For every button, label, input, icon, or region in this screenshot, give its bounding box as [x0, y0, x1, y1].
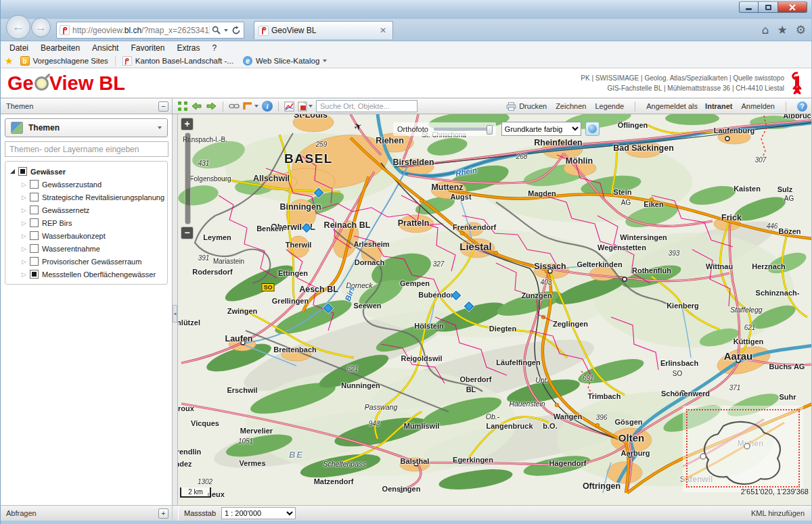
expander-closed-icon[interactable]: ▷ [22, 220, 29, 227]
expander-closed-icon[interactable]: ▷ [22, 245, 29, 252]
next-extent-button[interactable] [206, 100, 217, 112]
checkbox-unchecked[interactable] [30, 180, 39, 189]
full-extent-button[interactable] [178, 101, 187, 111]
tree-node[interactable]: ▷Provisorischer Gewässerraum [7, 255, 166, 268]
expander-closed-icon[interactable]: ▷ [22, 207, 29, 214]
ortho-opacity-slider[interactable] [434, 128, 492, 130]
checkbox-checked[interactable] [30, 270, 39, 279]
address-dropdown-icon[interactable] [224, 29, 228, 32]
themen-map-icon [11, 122, 23, 134]
menu-hilfe[interactable]: ? [206, 43, 223, 53]
checkbox-unchecked[interactable] [30, 206, 39, 214]
tree-node[interactable]: ▷Wasserbaukonzept [7, 229, 166, 242]
abfragen-label: Abfragen [6, 509, 158, 517]
zoom-in-button[interactable]: + [181, 118, 194, 130]
ortho-label: Orthofoto [397, 125, 428, 133]
menu-favoriten[interactable]: Favoriten [125, 43, 171, 53]
legend-button[interactable]: Legende [595, 102, 624, 110]
checkbox-unchecked[interactable] [30, 231, 39, 240]
scale-label: Massstab [184, 509, 216, 517]
maximize-button[interactable] [759, 1, 778, 13]
print-button[interactable]: Drucken [506, 102, 547, 111]
tree-node[interactable]: ▷Gewässerzustand [7, 178, 166, 191]
favorites-bar: ★ bVorgeschlagene Sites Kanton Basel-Lan… [1, 54, 812, 68]
checkbox-partial[interactable] [18, 167, 27, 176]
splitter-collapse-icon[interactable]: ◂ [173, 305, 177, 323]
expander-open-icon[interactable] [10, 169, 15, 174]
menu-datei[interactable]: Datei [3, 43, 35, 53]
slider-handle[interactable] [487, 125, 493, 135]
tree-node[interactable]: ▷Messstellen Oberflächengewässer [7, 268, 166, 281]
browser-tab[interactable]: GeoView BL ✕ [254, 21, 393, 39]
address-bar[interactable]: http://geoview.bl.ch/?map_x=2625341.0483… [56, 22, 244, 39]
basemap-select[interactable]: Grundkarte farbig [501, 122, 581, 136]
sidebar-splitter[interactable]: ◂ [173, 114, 178, 505]
collapse-panel-button[interactable]: − [158, 101, 168, 112]
tree-node-label: Wasserbaukonzept [42, 232, 106, 240]
checkbox-unchecked[interactable] [30, 244, 39, 253]
settings-gear-icon[interactable]: ⚙ [796, 23, 806, 37]
close-button[interactable] [778, 1, 807, 13]
expander-closed-icon[interactable]: ▷ [22, 194, 29, 201]
toolbar-divider [223, 101, 223, 112]
measure-tool-button[interactable] [243, 100, 258, 112]
menu-ansicht[interactable]: Ansicht [86, 43, 125, 53]
back-button[interactable]: ← [6, 15, 30, 39]
browser-nav-row: ← → http://geoview.bl.ch/?map_x=2625341.… [1, 19, 812, 41]
printer-icon [506, 102, 516, 111]
layer-search-input[interactable] [5, 141, 168, 157]
expand-abfragen-button[interactable]: + [158, 508, 168, 519]
expander-closed-icon[interactable]: ▷ [22, 271, 29, 278]
tree-node-gewaesser[interactable]: Gewässer [7, 165, 166, 178]
geoview-logo[interactable]: GeView BL [7, 72, 125, 95]
previous-extent-button[interactable] [191, 100, 202, 112]
tab-close-icon[interactable]: ✕ [378, 26, 388, 35]
tree-node-label: Provisorischer Gewässerraum [42, 258, 141, 266]
checkbox-unchecked[interactable] [30, 218, 39, 227]
window-titlebar[interactable] [1, 0, 812, 19]
forward-button[interactable]: → [31, 18, 51, 37]
logged-in-status: Angemeldet als Intranet [646, 102, 732, 110]
refresh-icon[interactable] [231, 26, 241, 35]
home-icon[interactable]: ⌂ [762, 23, 769, 37]
login-button[interactable]: Anmelden [741, 102, 775, 110]
chart-profile-button[interactable] [284, 100, 294, 112]
checkbox-unchecked[interactable] [30, 257, 39, 266]
tree-node-label: REP Birs [42, 219, 72, 227]
extent-rectangle [686, 409, 800, 487]
themen-dropdown[interactable]: Themen [5, 118, 168, 137]
url-text: http://geoview.bl.ch/?map_x=2625341.0483… [72, 26, 209, 35]
zoom-out-button[interactable]: − [181, 227, 194, 239]
checkbox-unchecked[interactable] [30, 193, 39, 201]
minimize-button[interactable] [739, 1, 759, 13]
suggested-sites-link[interactable]: bVorgeschlagene Sites [18, 56, 111, 66]
help-button[interactable]: ? [797, 101, 807, 112]
zoom-slider[interactable] [185, 133, 191, 224]
scale-select[interactable]: 1 : 200'000 [221, 507, 296, 519]
kanton-bl-link[interactable]: Kanton Basel-Landschaft -... [120, 56, 236, 66]
favorites-star-icon[interactable]: ★ [777, 23, 788, 37]
menu-extras[interactable]: Extras [171, 43, 206, 53]
identify-info-button[interactable]: i [262, 101, 273, 112]
tree-node[interactable]: ▷REP Birs [7, 216, 166, 229]
pdf-export-button[interactable] [298, 100, 313, 112]
menu-bearbeiten[interactable]: Bearbeiten [35, 43, 86, 53]
map-viewport[interactable]: St-LouisBASELRiehenSt. ChrischonaBirsfel… [178, 114, 812, 505]
tree-node[interactable]: ▷Wasserentnahme [7, 242, 166, 255]
globe-button[interactable] [585, 122, 600, 136]
draw-button[interactable]: Zeichnen [556, 102, 586, 110]
toolbar-divider [786, 101, 786, 112]
web-slice-link[interactable]: eWeb Slice-Katalog [240, 56, 330, 66]
share-link-button[interactable] [229, 100, 240, 112]
tree-node[interactable]: ▷Gewässernetz [7, 204, 166, 216]
kml-add-link[interactable]: KML hinzufügen [751, 509, 805, 517]
expander-closed-icon[interactable]: ▷ [22, 258, 29, 265]
search-icon[interactable] [212, 26, 221, 34]
tree-node[interactable]: ▷Strategische Revitalisierungsplanung [7, 191, 166, 204]
add-favorite-icon[interactable]: ★ [5, 55, 14, 66]
tree-node-label: Gewässer [30, 168, 66, 176]
search-input[interactable] [316, 100, 418, 112]
abfragen-panel-header[interactable]: Abfragen + [1, 506, 173, 521]
expander-closed-icon[interactable]: ▷ [22, 233, 29, 239]
expander-closed-icon[interactable]: ▷ [22, 181, 29, 188]
